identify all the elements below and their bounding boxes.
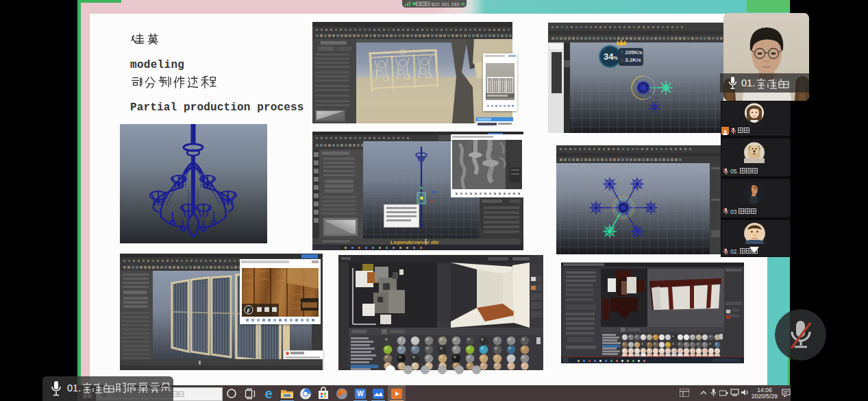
svg-text:F: F [246, 307, 251, 314]
svg-text:822 261 283: 822 261 283 [432, 1, 460, 7]
svg-text:W: W [357, 390, 364, 398]
svg-text:....: .... [753, 241, 756, 244]
